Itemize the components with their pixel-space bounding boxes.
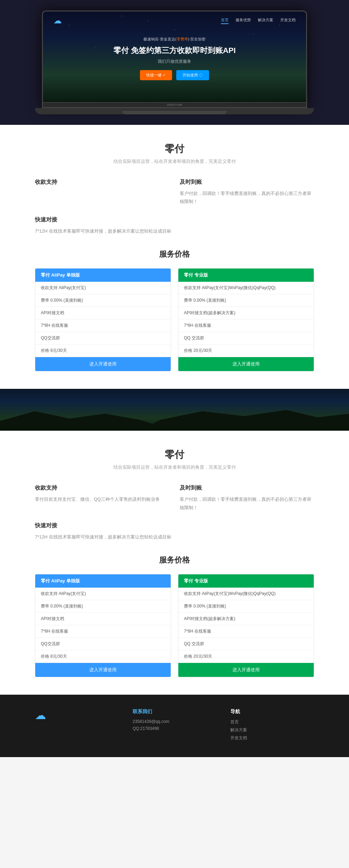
pricing2-f5: QQ 交流群 [178, 332, 314, 345]
pricing-card-1: 零付 AliPay 单独版 收款支持 AliPay(支付宝) 费率 0.00% … [35, 268, 171, 371]
nav-link-home[interactable]: 首页 [221, 17, 229, 24]
pricing4-f3: API对接文档(超多解决方案) [178, 613, 314, 625]
feature-quick-title: 快速对接 [35, 216, 314, 224]
features-grid-2: 收款支持 零付目前支持支付宝、微信、QQ三种个人零售的及时到账业务 及时到账 客… [35, 484, 314, 512]
pricing4-btn[interactable]: 进入开通使用 [178, 663, 314, 677]
footer-logo-icon: ☁ [35, 709, 119, 722]
feature2-payment: 收款支持 零付目前支持支付宝、微信、QQ三种个人零售的及时到账业务 [35, 484, 169, 512]
hero-desc: 我们只做优质服务 [53, 59, 296, 65]
nav-logo: ☁ [53, 16, 62, 25]
pricing1-header: 零付 AliPay 单独版 [35, 269, 171, 282]
mountain-right [140, 406, 349, 431]
pricing4-header: 零付 专业版 [178, 574, 314, 588]
pricing3-f5: QQ交流群 [35, 638, 171, 650]
laptop-screen: ☁ 首页 服务优势 解决方案 开发文档 极速响应·资金直达(零费率)·安全加密 … [43, 12, 306, 102]
footer-logo-area: ☁ [35, 709, 119, 743]
hero-subtitle: 极速响应·资金直达(零费率)·安全加密 [53, 37, 296, 42]
feature-payment-title: 收款支持 [35, 179, 169, 186]
hero-highlight: 零费率 [177, 37, 188, 41]
footer-contact-qq: QQ:21783498 [133, 726, 216, 731]
pricing-grid-2: 零付 AliPay 单独版 收款支持 AliPay(支付宝) 费率 0.00% … [35, 574, 314, 677]
pricing2-f6: 价格 20元/30天 [178, 345, 314, 357]
pricing2-f2: 费率 0.00% (直接到账) [178, 294, 314, 307]
footer-nav-title: 导航 [230, 709, 314, 715]
pricing3-header: 零付 AliPay 单独版 [35, 574, 171, 588]
footer-contact-email: 23581439@qq.com [133, 719, 216, 724]
laptop-wrapper: ☁ 首页 服务优势 解决方案 开发文档 极速响应·资金直达(零费率)·安全加密 … [0, 0, 349, 108]
pricing4-f5: QQ 交流群 [178, 638, 314, 650]
hero-btn-quick[interactable]: 快捷一键 ✓ [140, 70, 172, 80]
pricing4-f2: 费率 0.00% (直接到账) [178, 600, 314, 613]
pricing3-f6: 价格 8元/30天 [35, 650, 171, 663]
feature2-realtime: 及时到账 客户付款，回调款！零手续费直接到账，真的不必担心第三方者审核限制！ [180, 484, 314, 512]
footer-nav: 导航 首页 解决方案 开发文档 [230, 709, 314, 743]
pricing3-card-1: 零付 AliPay 单独版 收款支持 AliPay(支付宝) 费率 0.00% … [35, 574, 171, 677]
laptop-base [0, 108, 349, 125]
laptop-frame: ☁ 首页 服务优势 解决方案 开发文档 极速响应·资金直达(零费率)·安全加密 … [42, 10, 307, 108]
features-grid-1: 收款支持 及时到账 客户付款，回调款！零手续费直接到账，真的不必担心第三方者审核… [35, 179, 314, 206]
feature-realtime: 及时到账 客户付款，回调款！零手续费直接到账，真的不必担心第三方者审核限制！ [180, 179, 314, 206]
nav-link-docs[interactable]: 开发文档 [280, 17, 296, 24]
pricing2-btn[interactable]: 进入开通使用 [178, 357, 314, 371]
hero-title: 零付 免签约第三方收款即时到账API [53, 45, 296, 56]
laptop-stand [35, 108, 314, 114]
pricing3-f2: 费率 0.00% (直接到账) [35, 600, 171, 613]
pricing2-f3: API对接文档(超多解决方案) [178, 307, 314, 319]
section2-title: 零付 [35, 448, 314, 461]
feature-quick: 快速对接 7*12H 在线技术客服即可快速对接，超多解决方案让您轻松达成目标 [35, 216, 314, 235]
section-features-2: 零付 结合实际项目运营，站在开发者和项目的角度，完美定义零付 收款支持 零付目前… [0, 431, 349, 695]
pricing4-f1: 收款支持 AliPay(支付宝)WxPay(微信)QqPay(QQ) [178, 588, 314, 600]
feature-realtime-title: 及时到账 [180, 179, 314, 186]
feature2-realtime-title: 及时到账 [180, 484, 314, 492]
pricing1-f1: 收款支持 AliPay(支付宝) [35, 282, 171, 294]
footer: ☁ 联系我们 23581439@qq.com QQ:21783498 导航 首页… [0, 695, 349, 757]
hero-btn-start[interactable]: 开始使用 ◇ [176, 70, 209, 80]
pricing3-f1: 收款支持 AliPay(支付宝) [35, 588, 171, 600]
nav-link-service[interactable]: 服务优势 [236, 17, 251, 24]
pricing1-f4: 7*8H 在线客服 [35, 319, 171, 332]
laptop-foot [122, 111, 227, 114]
feature-realtime-desc: 客户付款，回调款！零手续费直接到账，真的不必担心第三方者审核限制！ [180, 189, 314, 206]
hero-buttons: 快捷一键 ✓ 开始使用 ◇ [53, 70, 296, 80]
hero-content: 极速响应·资金直达(零费率)·安全加密 零付 免签约第三方收款即时到账API 我… [43, 30, 306, 91]
pricing1-f6: 价格 8元/30天 [35, 345, 171, 357]
feature2-payment-desc: 零付目前支持支付宝、微信、QQ三种个人零售的及时到账业务 [35, 495, 169, 503]
footer-nav-solution[interactable]: 解决方案 [230, 727, 314, 733]
pricing4-card-2: 零付 专业版 收款支持 AliPay(支付宝)WxPay(微信)QqPay(QQ… [178, 574, 314, 677]
feature2-quick-title: 快速对接 [35, 522, 314, 529]
pricing2-header: 零付 专业版 [178, 269, 314, 282]
pricing1-f3: API对接文档 [35, 307, 171, 319]
pricing3-f4: 7*8H 在线客服 [35, 625, 171, 638]
section2-subtitle: 结合实际项目运营，站在开发者和项目的角度，完美定义零付 [35, 464, 314, 470]
landscape-divider [0, 389, 349, 431]
pricing3-btn[interactable]: 进入开通使用 [35, 663, 171, 677]
footer-nav-home[interactable]: 首页 [230, 719, 314, 725]
footer-contact-title: 联系我们 [133, 709, 216, 715]
pricing1-f2: 费率 0.00% (直接到账) [35, 294, 171, 307]
section1-title: 零付 [35, 142, 314, 156]
pricing3-title: 服务价格 [35, 555, 314, 565]
section-features-1: 零付 结合实际项目运营，站在开发者和项目的角度，完美定义零付 收款支持 及时到账… [0, 125, 349, 389]
feature2-realtime-desc: 客户付款，回调款！零手续费直接到账，真的不必担心第三方者审核限制！ [180, 495, 314, 512]
footer-nav-docs[interactable]: 开发文档 [230, 735, 314, 741]
pricing-grid-1: 零付 AliPay 单独版 收款支持 AliPay(支付宝) 费率 0.00% … [35, 268, 314, 371]
feature2-quick-desc: 7*12H 在线技术客服即可快速对接，超多解决方案让您轻松达成目标 [35, 533, 314, 541]
pricing1-title: 服务价格 [35, 249, 314, 259]
feature2-quick: 快速对接 7*12H 在线技术客服即可快速对接，超多解决方案让您轻松达成目标 [35, 522, 314, 541]
feature-quick-desc: 7*12H 在线技术客服即可快速对接，超多解决方案让您轻松达成目标 [35, 227, 314, 235]
nav-links: 首页 服务优势 解决方案 开发文档 [221, 17, 296, 24]
pricing-card-2: 零付 专业版 收款支持 AliPay(支付宝)WxPay(微信)QqPay(QQ… [178, 268, 314, 371]
feature-payment: 收款支持 [35, 179, 169, 206]
pricing2-f1: 收款支持 AliPay(支付宝)WxPay(微信)QqPay(QQ) [178, 282, 314, 294]
feature2-payment-title: 收款支持 [35, 484, 169, 492]
section1-subtitle: 结合实际项目运营，站在开发者和项目的角度，完美定义零付 [35, 158, 314, 165]
pricing1-btn[interactable]: 进入开通使用 [35, 357, 171, 371]
laptop-bottom-bar: ZZHUTI.COM [43, 102, 306, 107]
pricing4-f6: 价格 20元/30天 [178, 650, 314, 663]
pricing1-f5: QQ交流群 [35, 332, 171, 345]
footer-contact: 联系我们 23581439@qq.com QQ:21783498 [133, 709, 216, 743]
nav-link-solution[interactable]: 解决方案 [258, 17, 273, 24]
pricing2-f4: 7*8H 在线客服 [178, 319, 314, 332]
pricing3-f3: API对接文档 [35, 613, 171, 625]
pricing4-f4: 7*8H 在线客服 [178, 625, 314, 638]
